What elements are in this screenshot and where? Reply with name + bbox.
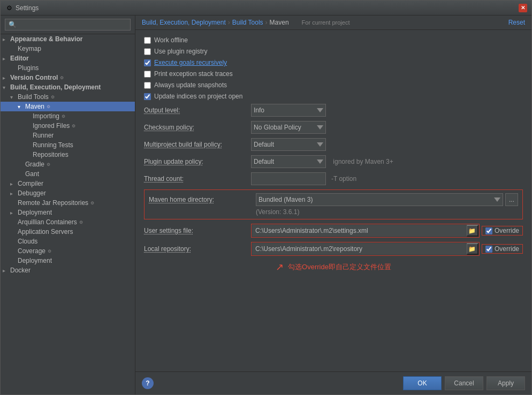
user-settings-input[interactable]	[252, 225, 467, 237]
sidebar-item-gradle[interactable]: Gradle ⚙	[1, 159, 135, 169]
output-level-label: Output level:	[144, 107, 251, 114]
title-bar: ⚙ Settings ✕	[1, 1, 531, 16]
apply-button[interactable]: Apply	[487, 376, 525, 390]
sidebar-label-runner: Runner	[33, 132, 54, 139]
gear-icon: ⚙	[48, 249, 51, 254]
output-level-select[interactable]: Info Debug Warning Error	[251, 104, 326, 117]
sidebar-label-remote-jar: Remote Jar Repositories	[18, 199, 88, 207]
local-repository-override-checkbox[interactable]	[485, 246, 492, 253]
checksum-policy-select[interactable]: No Global Policy Fail Warn Ignore	[251, 121, 326, 134]
sidebar-item-appearance[interactable]: ▸ Appearance & Behavior	[1, 34, 135, 44]
sidebar-label-appearance: Appearance & Behavior	[10, 35, 82, 43]
user-settings-input-wrap: 📁	[251, 224, 480, 238]
sidebar-item-clouds[interactable]: Clouds	[1, 237, 135, 246]
sidebar: ▸ Appearance & Behavior Keymap ▸ Editor …	[1, 16, 135, 394]
for-current-label: For current project	[302, 19, 350, 26]
local-repository-input-wrap: 📁	[251, 242, 480, 256]
sidebar-item-plugins[interactable]: Plugins	[1, 63, 135, 73]
checkbox-update-indices: Update indices on project open	[144, 93, 523, 100]
user-settings-label: User settings file:	[144, 227, 251, 234]
close-button[interactable]: ✕	[519, 4, 527, 12]
sidebar-item-editor[interactable]: ▸ Editor	[1, 54, 135, 63]
arrow-icon: ▸	[3, 75, 10, 81]
sidebar-item-importing[interactable]: Importing ⚙	[1, 111, 135, 121]
sidebar-item-compiler[interactable]: ▸ Compiler	[1, 179, 135, 188]
sidebar-label-debugger: Debugger	[18, 189, 46, 197]
multiproject-policy-select[interactable]: Default Never Always Fail at End	[251, 138, 326, 151]
search-box	[1, 16, 135, 34]
sidebar-item-running-tests[interactable]: Running Tests	[1, 140, 135, 150]
sidebar-item-deployment2[interactable]: Deployment	[1, 256, 135, 265]
main-panel: Build, Execution, Deployment › Build Too…	[135, 16, 531, 394]
local-repository-browse-button[interactable]: 📁	[467, 243, 478, 255]
print-exception-checkbox[interactable]	[144, 71, 151, 78]
thread-count-input[interactable]	[251, 172, 326, 185]
plugin-registry-checkbox[interactable]	[144, 48, 151, 55]
plugin-registry-label: Use plugin registry	[154, 48, 207, 55]
sidebar-label-plugins: Plugins	[18, 64, 39, 72]
gear-icon: ⚙	[72, 124, 75, 128]
sidebar-item-gant[interactable]: Gant	[1, 169, 135, 179]
plugin-update-select-wrapper: Default Always Never	[251, 155, 326, 168]
plugin-update-policy-select[interactable]: Default Always Never	[251, 155, 326, 168]
sidebar-item-app-servers[interactable]: Application Servers	[1, 227, 135, 237]
sidebar-label-deployment2: Deployment	[18, 257, 52, 264]
ok-button[interactable]: OK	[403, 376, 442, 390]
sidebar-label-version-control: Version Control	[10, 74, 58, 81]
sidebar-item-deployment[interactable]: ▸ Deployment	[1, 208, 135, 217]
sidebar-label-ignored-files: Ignored Files	[33, 122, 70, 130]
breadcrumb-build-tools[interactable]: Build Tools	[232, 19, 263, 26]
search-input[interactable]	[5, 19, 131, 31]
sidebar-label-importing: Importing	[33, 112, 59, 120]
plugin-update-policy-label: Plugin update policy:	[144, 158, 251, 165]
cancel-button[interactable]: Cancel	[445, 376, 483, 390]
local-repository-label: Local repository:	[144, 245, 251, 253]
maven-home-browse-button[interactable]: ...	[505, 193, 518, 206]
sidebar-label-compiler: Compiler	[18, 180, 43, 187]
sidebar-item-version-control[interactable]: ▸ Version Control ⚙	[1, 73, 135, 82]
always-update-checkbox[interactable]	[144, 82, 151, 89]
sidebar-label-docker: Docker	[10, 267, 31, 274]
sidebar-item-build-tools[interactable]: ▾ Build Tools ⚙	[1, 92, 135, 102]
reset-button[interactable]: Reset	[508, 19, 525, 26]
window-controls: ✕	[519, 4, 527, 12]
gear-icon: ⚙	[90, 201, 94, 206]
sidebar-item-debugger[interactable]: ▸ Debugger	[1, 188, 135, 198]
checkbox-plugin-registry: Use plugin registry	[144, 48, 523, 55]
arrow-icon: ▸	[10, 210, 18, 216]
multiproject-select-wrapper: Default Never Always Fail at End	[251, 138, 326, 151]
user-settings-browse-button[interactable]: 📁	[467, 225, 478, 237]
sidebar-label-maven: Maven	[25, 103, 44, 110]
sidebar-item-arquillian[interactable]: Arquillian Containers ⚙	[1, 217, 135, 227]
multiproject-policy-row: Multiproject build fail policy: Default …	[144, 138, 523, 151]
sidebar-item-build-execution[interactable]: ▾ Build, Execution, Deployment	[1, 82, 135, 92]
execute-goals-label: Execute goals recursively	[154, 59, 227, 66]
thread-count-row: Thread count: -T option	[144, 172, 523, 185]
maven-home-section: Maven home directory: Bundled (Maven 3) …	[144, 189, 523, 219]
breadcrumb-build-execution[interactable]: Build, Execution, Deployment	[142, 19, 226, 26]
maven-version-text: (Version: 3.6.1)	[149, 208, 518, 216]
sidebar-label-app-servers: Application Servers	[18, 228, 73, 236]
sidebar-item-runner[interactable]: Runner	[1, 131, 135, 140]
gear-icon: ⚙	[79, 220, 83, 225]
sidebar-item-keymap[interactable]: Keymap	[1, 44, 135, 54]
sidebar-item-remote-jar[interactable]: Remote Jar Repositories ⚙	[1, 198, 135, 208]
maven-home-select[interactable]: Bundled (Maven 3) Custom	[256, 193, 503, 206]
checksum-policy-control: No Global Policy Fail Warn Ignore	[251, 121, 523, 134]
sidebar-item-repositories[interactable]: Repositories	[1, 150, 135, 159]
local-repository-row: Local repository: 📁 Override	[144, 242, 523, 256]
breadcrumb-sep2: ›	[265, 19, 268, 26]
user-settings-override-checkbox[interactable]	[485, 227, 492, 234]
sidebar-item-ignored-files[interactable]: Ignored Files ⚙	[1, 121, 135, 131]
gear-icon: ⚙	[51, 95, 55, 100]
arrow-icon: ▸	[3, 56, 10, 62]
sidebar-item-maven[interactable]: ▾ Maven ⚙	[1, 102, 135, 111]
work-offline-checkbox[interactable]	[144, 37, 151, 44]
update-indices-checkbox[interactable]	[144, 93, 151, 100]
execute-goals-checkbox[interactable]	[144, 59, 151, 66]
local-repository-input[interactable]	[252, 243, 467, 255]
sidebar-item-coverage[interactable]: Coverage ⚙	[1, 246, 135, 256]
maven-home-row: Maven home directory: Bundled (Maven 3) …	[149, 193, 518, 206]
sidebar-item-docker[interactable]: ▸ Docker	[1, 265, 135, 275]
help-button[interactable]: ?	[142, 377, 154, 389]
